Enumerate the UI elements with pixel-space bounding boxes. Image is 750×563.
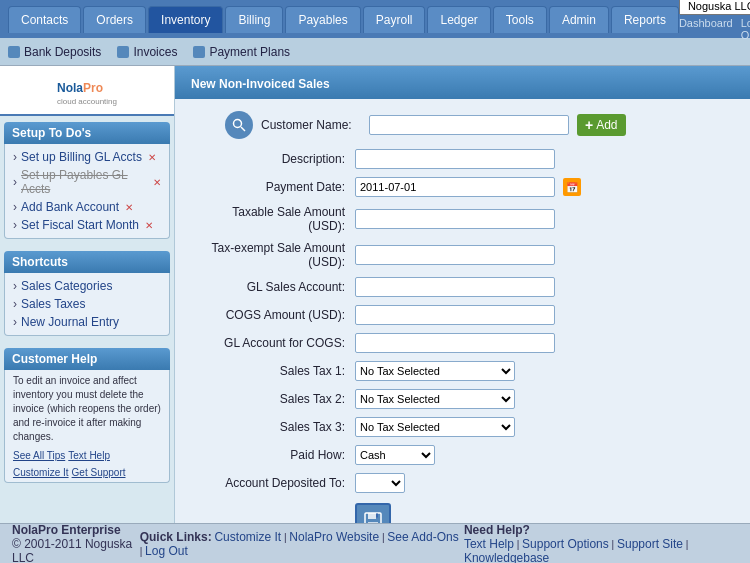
footer-support-site-link[interactable]: Support Site [617, 537, 683, 551]
search-icon[interactable] [225, 111, 253, 139]
close-icon[interactable]: ✕ [148, 152, 156, 163]
gl-cogs-label: GL Account for COGS: [195, 336, 355, 350]
shortcut-new-journal[interactable]: › New Journal Entry [13, 313, 161, 331]
payment-date-label: Payment Date: [195, 180, 355, 194]
close-icon-4[interactable]: ✕ [145, 220, 153, 231]
paid-how-select[interactable]: Cash [355, 445, 435, 465]
footer-brand: NolaPro Enterprise [12, 523, 121, 537]
content-header: New Non-Invoiced Sales [175, 66, 750, 99]
customize-it-link[interactable]: Customize It [13, 467, 69, 478]
tab-payables[interactable]: Payables [285, 6, 360, 33]
account-deposited-label: Account Deposited To: [195, 476, 355, 490]
payment-date-row: Payment Date: 2011-07-01 📅 [195, 177, 730, 197]
quick-links-label: Quick Links: [140, 530, 212, 544]
taxable-sale-label: Taxable Sale Amount (USD): [195, 205, 355, 233]
sub-nav-bank-deposits[interactable]: Bank Deposits [8, 45, 101, 59]
customer-help-text: To edit an invoice and affect inventory … [13, 374, 161, 444]
taxable-sale-input[interactable] [355, 209, 555, 229]
tab-contacts[interactable]: Contacts [8, 6, 81, 33]
top-right-area: Noguska LLC Dashboard Log Out [679, 0, 750, 41]
tab-payroll[interactable]: Payroll [363, 6, 426, 33]
save-icon[interactable] [355, 503, 391, 523]
footer-knowledgebase-link[interactable]: Knowledgebase [464, 551, 549, 564]
top-navigation: Contacts Orders Inventory Billing Payabl… [0, 0, 750, 38]
close-icon-2[interactable]: ✕ [153, 177, 161, 188]
taxable-sale-row: Taxable Sale Amount (USD): [195, 205, 730, 233]
sales-tax1-label: Sales Tax 1: [195, 364, 355, 378]
setup-section-title: Setup To Do's [4, 122, 170, 144]
cogs-amount-input[interactable] [355, 305, 555, 325]
tab-tools[interactable]: Tools [493, 6, 547, 33]
tab-ledger[interactable]: Ledger [427, 6, 490, 33]
tab-admin[interactable]: Admin [549, 6, 609, 33]
sales-tax3-select[interactable]: No Tax Selected [355, 417, 515, 437]
nav-tabs: Contacts Orders Inventory Billing Payabl… [8, 6, 679, 33]
form-area: Customer Name: + Add Description: Paymen… [175, 99, 750, 523]
company-selector[interactable]: Noguska LLC [679, 0, 750, 15]
footer-copyright: © 2001-2011 Noguska LLC [12, 537, 132, 564]
shortcut-sales-taxes[interactable]: › Sales Taxes [13, 295, 161, 313]
sales-tax2-label: Sales Tax 2: [195, 392, 355, 406]
add-button[interactable]: + Add [577, 114, 626, 136]
logo-area: NolaPro cloud accounting [0, 66, 174, 116]
close-icon-3[interactable]: ✕ [125, 202, 133, 213]
logout-link[interactable]: Log Out [741, 17, 750, 41]
setup-item-bank-account[interactable]: › Add Bank Account ✕ [13, 198, 161, 216]
payment-date-input[interactable]: 2011-07-01 [355, 177, 555, 197]
footer-right: Need Help? Text Help | Support Options |… [464, 523, 738, 564]
tab-orders[interactable]: Orders [83, 6, 146, 33]
setup-item-fiscal-month[interactable]: › Set Fiscal Start Month ✕ [13, 216, 161, 234]
dashboard-link[interactable]: Dashboard [679, 17, 733, 41]
logo-subtitle: cloud accounting [57, 97, 117, 106]
footer-nolapro-link[interactable]: NolaPro Website [289, 530, 379, 544]
sales-tax1-select[interactable]: No Tax Selected [355, 361, 515, 381]
description-row: Description: [195, 149, 730, 169]
setup-item-billing-gl[interactable]: › Set up Billing GL Accts ✕ [13, 148, 161, 166]
description-input[interactable] [355, 149, 555, 169]
gl-sales-input[interactable] [355, 277, 555, 297]
cogs-amount-row: COGS Amount (USD): [195, 305, 730, 325]
footer-logout-link[interactable]: Log Out [145, 544, 188, 558]
top-links: Dashboard Log Out [679, 17, 750, 41]
description-label: Description: [195, 152, 355, 166]
customer-name-label: Customer Name: [261, 118, 361, 132]
sub-nav-invoices[interactable]: Invoices [117, 45, 177, 59]
svg-rect-4 [368, 522, 378, 523]
sub-nav-payment-plans[interactable]: Payment Plans [193, 45, 290, 59]
footer-addons-link[interactable]: See Add-Ons [387, 530, 458, 544]
footer-help-label: Need Help? [464, 523, 530, 537]
tax-exempt-row: Tax-exempt Sale Amount (USD): [195, 241, 730, 269]
svg-rect-3 [368, 513, 376, 519]
bank-deposits-icon [8, 46, 20, 58]
customer-name-input[interactable] [369, 115, 569, 135]
shortcuts-section: Shortcuts › Sales Categories › Sales Tax… [4, 251, 170, 336]
setup-item-payables-gl[interactable]: › Set up Payables GL Accts ✕ [13, 166, 161, 198]
tab-billing[interactable]: Billing [225, 6, 283, 33]
gl-cogs-row: GL Account for COGS: [195, 333, 730, 353]
sidebar: NolaPro cloud accounting Setup To Do's ›… [0, 66, 175, 523]
footer-text-help-link[interactable]: Text Help [464, 537, 514, 551]
footer-support-options-link[interactable]: Support Options [522, 537, 609, 551]
gl-cogs-input[interactable] [355, 333, 555, 353]
svg-point-0 [234, 120, 242, 128]
footer: NolaPro Enterprise © 2001-2011 Noguska L… [0, 523, 750, 563]
calendar-icon[interactable]: 📅 [563, 178, 581, 196]
shortcut-sales-categories[interactable]: › Sales Categories [13, 277, 161, 295]
svg-line-1 [241, 127, 245, 131]
company-dropdown[interactable]: Noguska LLC [679, 0, 750, 15]
get-support-link[interactable]: Get Support [72, 467, 126, 478]
sales-tax3-row: Sales Tax 3: No Tax Selected [195, 417, 730, 437]
tax-exempt-input[interactable] [355, 245, 555, 265]
footer-left: NolaPro Enterprise © 2001-2011 Noguska L… [12, 523, 140, 564]
sales-tax2-select[interactable]: No Tax Selected [355, 389, 515, 409]
cogs-amount-label: COGS Amount (USD): [195, 308, 355, 322]
tab-reports[interactable]: Reports [611, 6, 679, 33]
content-area: New Non-Invoiced Sales Customer Name: + … [175, 66, 750, 523]
footer-customize-link[interactable]: Customize It [214, 530, 281, 544]
sales-tax3-label: Sales Tax 3: [195, 420, 355, 434]
text-help-link[interactable]: Text Help [68, 450, 110, 464]
tab-inventory[interactable]: Inventory [148, 6, 223, 33]
account-deposited-select[interactable] [355, 473, 405, 493]
customer-name-row: Customer Name: + Add [195, 111, 730, 139]
see-all-tips-link[interactable]: See All Tips [13, 450, 65, 464]
